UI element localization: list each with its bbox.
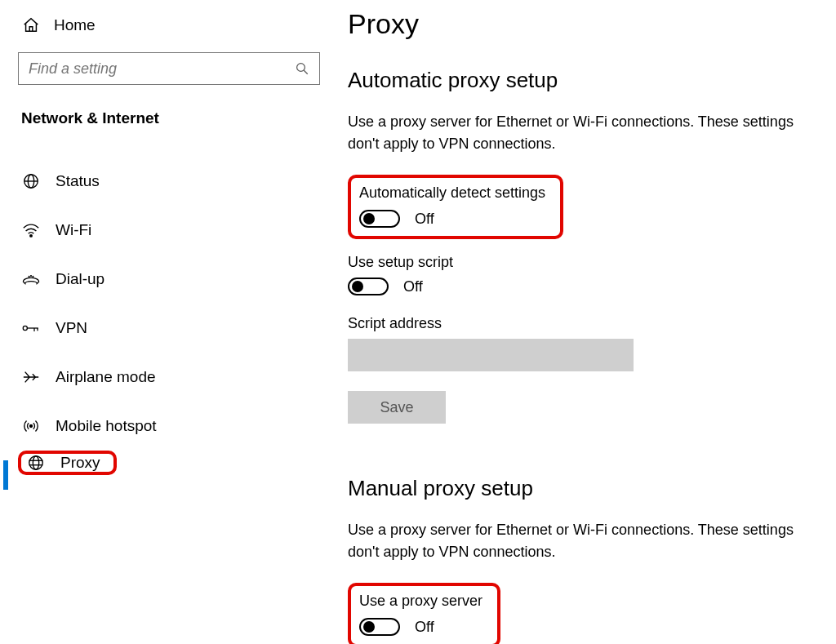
svg-point-13 bbox=[30, 425, 33, 428]
setup-script-state: Off bbox=[403, 278, 423, 295]
proxy-icon bbox=[26, 454, 46, 472]
save-button: Save bbox=[348, 391, 446, 424]
svg-point-7 bbox=[29, 276, 29, 277]
sidebar-item-label: Mobile hotspot bbox=[56, 417, 157, 435]
search-input[interactable] bbox=[29, 60, 295, 78]
sidebar-item-airplane[interactable]: Airplane mode bbox=[0, 353, 343, 402]
script-address-label: Script address bbox=[348, 315, 826, 332]
manual-proxy-heading: Manual proxy setup bbox=[348, 476, 826, 501]
sidebar-item-label: Airplane mode bbox=[56, 368, 156, 386]
svg-point-0 bbox=[297, 64, 305, 72]
globe-icon bbox=[21, 172, 41, 190]
auto-detect-state: Off bbox=[415, 211, 434, 228]
annotation-highlight: Automatically detect settings Off bbox=[348, 175, 563, 239]
dialup-icon bbox=[21, 272, 41, 286]
sidebar-item-label: Dial-up bbox=[56, 270, 104, 288]
settings-main: Proxy Automatic proxy setup Use a proxy … bbox=[343, 0, 836, 644]
auto-proxy-description: Use a proxy server for Ethernet or Wi-Fi… bbox=[348, 111, 805, 155]
annotation-highlight: Use a proxy server Off bbox=[348, 583, 500, 644]
setup-script-toggle[interactable] bbox=[348, 278, 389, 295]
sidebar-item-hotspot[interactable]: Mobile hotspot bbox=[0, 402, 343, 451]
svg-point-14 bbox=[29, 456, 43, 470]
wifi-icon bbox=[21, 222, 41, 238]
vpn-icon bbox=[21, 321, 41, 335]
hotspot-icon bbox=[21, 417, 41, 435]
svg-point-15 bbox=[33, 456, 38, 470]
category-heading: Network & Internet bbox=[0, 109, 343, 127]
sidebar-item-vpn[interactable]: VPN bbox=[0, 304, 343, 353]
sidebar-item-label: Proxy bbox=[60, 454, 100, 472]
auto-proxy-heading: Automatic proxy setup bbox=[348, 68, 826, 93]
sidebar-item-wifi[interactable]: Wi-Fi bbox=[0, 206, 343, 255]
svg-point-5 bbox=[30, 235, 32, 237]
search-icon bbox=[295, 61, 309, 76]
sidebar-item-label: Wi-Fi bbox=[56, 221, 91, 239]
sidebar-item-dialup[interactable]: Dial-up bbox=[0, 255, 343, 304]
use-proxy-state: Off bbox=[415, 619, 434, 636]
svg-point-6 bbox=[31, 276, 32, 277]
home-icon bbox=[21, 16, 41, 34]
sidebar-item-label: VPN bbox=[56, 319, 87, 337]
svg-point-8 bbox=[33, 276, 33, 277]
home-label: Home bbox=[54, 16, 96, 34]
settings-sidebar: Home Network & Internet Status bbox=[0, 0, 343, 644]
sidebar-item-proxy[interactable]: Proxy bbox=[3, 451, 343, 475]
sidebar-item-status[interactable]: Status bbox=[0, 157, 343, 206]
use-proxy-toggle[interactable] bbox=[359, 618, 400, 636]
airplane-icon bbox=[21, 368, 41, 386]
annotation-highlight: Proxy bbox=[18, 451, 117, 475]
script-address-input bbox=[348, 339, 634, 371]
nav-list: Status Wi-Fi Dial-up bbox=[0, 157, 343, 475]
use-proxy-label: Use a proxy server bbox=[359, 593, 482, 610]
auto-detect-label: Automatically detect settings bbox=[359, 184, 545, 202]
auto-detect-toggle[interactable] bbox=[359, 210, 400, 228]
page-title: Proxy bbox=[348, 8, 826, 40]
home-link[interactable]: Home bbox=[0, 16, 343, 34]
manual-proxy-description: Use a proxy server for Ethernet or Wi-Fi… bbox=[348, 519, 805, 563]
svg-line-1 bbox=[304, 70, 308, 74]
sidebar-item-label: Status bbox=[56, 172, 100, 190]
search-box[interactable] bbox=[18, 52, 320, 85]
svg-point-9 bbox=[23, 326, 27, 330]
setup-script-label: Use setup script bbox=[348, 254, 826, 271]
